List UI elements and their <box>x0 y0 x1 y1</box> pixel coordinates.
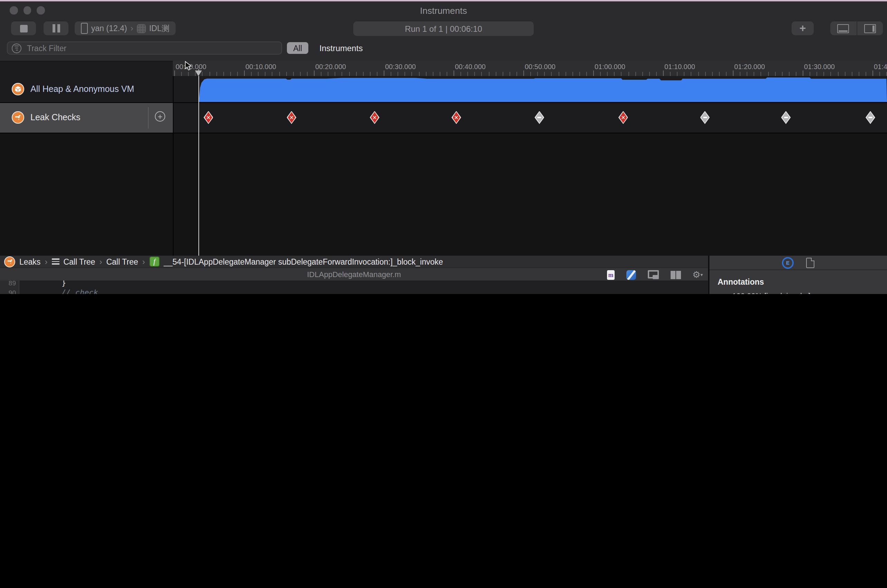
no-leaks-marker[interactable] <box>781 111 791 124</box>
objc-file-icon[interactable]: m <box>607 270 615 279</box>
ruler-tick <box>866 72 866 76</box>
ruler-tick <box>796 72 797 76</box>
inspector-panel: E Annotations 100.00% [invok invoke]; <box>709 256 887 294</box>
ruler-tick <box>558 72 559 76</box>
track-label: All Heap & Anonymous VM <box>30 84 134 94</box>
app-name: IDL测 <box>149 23 169 33</box>
ruler-tick <box>858 72 859 76</box>
code-lines: 89 }90 // check91 NSString *targetSignat… <box>0 280 708 294</box>
no-leaks-marker[interactable] <box>700 111 710 124</box>
breadcrumb-call-tree-1[interactable]: Call Tree <box>63 257 95 266</box>
ruler-tick <box>698 72 699 76</box>
line-number: 89 <box>0 280 19 286</box>
ruler-tick <box>279 72 280 76</box>
leak-detected-marker[interactable]: ✕ <box>451 111 461 124</box>
breadcrumb-call-tree-2[interactable]: Call Tree <box>106 257 138 266</box>
ruler-tick <box>656 72 657 76</box>
ruler-tick <box>516 72 517 76</box>
ruler-tick <box>837 72 838 76</box>
extended-detail-icon[interactable]: E <box>782 257 794 268</box>
ruler-tick <box>691 72 692 76</box>
app-icon <box>137 24 146 33</box>
heap-memory-chart[interactable] <box>173 76 887 102</box>
leak-detected-marker[interactable]: ✕ <box>287 111 296 124</box>
ruler-tick <box>237 72 238 76</box>
ruler-tick <box>572 72 573 76</box>
breadcrumb-leaks[interactable]: Leaks <box>20 257 41 266</box>
code-line-89[interactable]: 89 } <box>0 280 708 287</box>
leak-detected-marker[interactable]: ✕ <box>618 111 628 124</box>
annotations-title: Annotations <box>718 278 764 286</box>
mouse-cursor <box>185 61 192 71</box>
ruler-tick <box>314 70 314 76</box>
timeline-ruler[interactable]: 00:00.00000:10.00000:20.00000:30.00000:4… <box>173 61 887 77</box>
file-detail-icon[interactable] <box>806 257 815 268</box>
track-row-leak-checks[interactable]: ✕✕✕✕✕ Leak Checks + <box>0 103 887 133</box>
playhead-line[interactable] <box>198 76 199 256</box>
ruler-tick <box>202 72 203 76</box>
no-leaks-marker[interactable] <box>866 111 875 124</box>
ruler-tick <box>586 72 587 76</box>
pause-button[interactable] <box>44 21 68 35</box>
add-instrument-button[interactable]: + <box>792 21 814 35</box>
ruler-tick <box>600 72 601 76</box>
device-target-selector[interactable]: yan (12.4) › IDL测 <box>75 21 176 35</box>
ruler-tick <box>810 72 810 76</box>
ruler-tick <box>719 72 720 76</box>
add-leak-check-button[interactable]: + <box>155 111 165 122</box>
segment-instruments[interactable]: Instruments <box>319 42 362 54</box>
bottom-pane-icon <box>837 24 849 33</box>
stop-recording-button[interactable] <box>11 21 36 35</box>
ruler-tick <box>635 72 636 76</box>
track-header-leak-checks[interactable]: Leak Checks <box>0 103 173 132</box>
gear-icon[interactable]: ⚙▾ <box>692 270 703 280</box>
ruler-tick <box>460 72 461 76</box>
ruler-tick <box>831 72 831 76</box>
ruler-tick <box>397 72 398 76</box>
ruler-tick <box>824 72 824 76</box>
ruler-tick <box>293 72 293 76</box>
ruler-tick <box>209 72 210 76</box>
track-filter-input[interactable] <box>26 43 277 53</box>
x-icon: ✕ <box>288 112 295 123</box>
ruler-label: 00:30.000 <box>385 63 416 70</box>
track-filter-field[interactable] <box>7 42 282 55</box>
code-header-actions: m ⚙▾ <box>607 268 703 281</box>
leak-marker-lane[interactable]: ✕✕✕✕✕ <box>173 103 887 132</box>
open-in-xcode-icon[interactable] <box>626 270 636 279</box>
toggle-right-pane-button[interactable] <box>857 21 883 35</box>
ruler-tick <box>747 72 747 76</box>
track-row-heap[interactable]: All Heap & Anonymous VM <box>0 76 887 103</box>
breadcrumb-symbol[interactable]: __54-[IDLAppDelegateManager subDelegateF… <box>164 257 443 266</box>
no-leaks-marker[interactable] <box>534 111 544 124</box>
ruler-tick <box>454 70 454 76</box>
annotation-value[interactable]: 100.00% [invok invoke]; <box>732 292 812 294</box>
ruler-tick <box>230 72 231 76</box>
ruler-tick <box>188 72 189 76</box>
ruler-label: 01:00.000 <box>595 63 625 70</box>
leak-detected-marker[interactable]: ✕ <box>370 111 380 124</box>
ruler-tick <box>349 72 349 76</box>
track-header-heap[interactable]: All Heap & Anonymous VM <box>0 76 173 102</box>
segment-all[interactable]: All <box>287 42 308 54</box>
ruler-tick <box>321 72 322 76</box>
minus-icon <box>701 112 709 123</box>
toggle-bottom-pane-button[interactable] <box>830 21 857 35</box>
stop-icon <box>20 24 27 32</box>
ruler-tick <box>649 72 650 76</box>
overlapping-panes-icon[interactable] <box>648 270 659 279</box>
source-code-view[interactable]: 89 }90 // check91 NSString *targetSignat… <box>0 280 708 294</box>
ruler-tick <box>425 72 426 76</box>
code-text: } <box>19 280 66 287</box>
ruler-tick <box>370 72 371 76</box>
ruler-tick <box>614 72 615 76</box>
playhead-handle[interactable] <box>195 70 202 76</box>
ruler-label: 01:10.000 <box>664 63 695 70</box>
ruler-tick <box>761 72 762 76</box>
leak-detected-marker[interactable]: ✕ <box>204 111 213 124</box>
ruler-tick <box>377 72 377 76</box>
split-columns-icon[interactable] <box>671 270 681 279</box>
divider <box>148 107 149 128</box>
track-area: All Heap & Anonymous VM ✕✕✕✕✕ Leak Check… <box>0 76 887 256</box>
code-line-90[interactable]: 90 // check <box>0 287 708 294</box>
